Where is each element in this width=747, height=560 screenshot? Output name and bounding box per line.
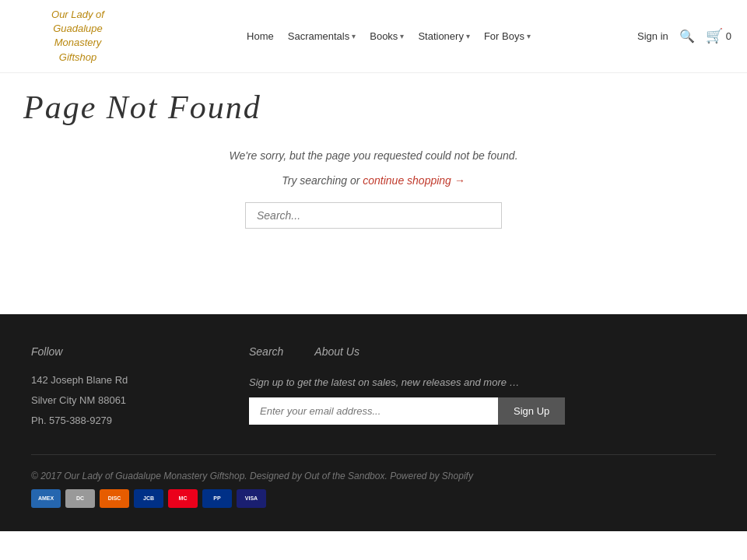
error-message: We're sorry, but the page you requested … xyxy=(23,149,724,162)
address-line3: Ph. 575-388-9279 xyxy=(31,411,202,431)
main-nav: Home Sacramentals ▾ Books ▾ Stationery ▾… xyxy=(140,30,637,42)
payment-icon: DC xyxy=(65,489,95,508)
try-search-text: Try searching or continue shopping → xyxy=(23,174,724,187)
footer-top: Follow 142 Joseph Blane Rd Silver City N… xyxy=(31,345,716,431)
footer-address: 142 Joseph Blane Rd Silver City NM 88061… xyxy=(31,370,202,431)
nav-for-boys[interactable]: For Boys ▾ xyxy=(484,30,531,42)
footer-right: Search About Us Sign up to get the lates… xyxy=(249,345,716,431)
follow-label: Follow xyxy=(31,345,202,358)
address-line1: 142 Joseph Blane Rd xyxy=(31,370,202,390)
payment-icon: DISC xyxy=(100,489,129,508)
site-footer: Follow 142 Joseph Blane Rd Silver City N… xyxy=(0,314,747,531)
payment-icon: AMEX xyxy=(31,489,61,508)
nav-stationery[interactable]: Stationery ▾ xyxy=(418,30,470,42)
footer-links: Search About Us xyxy=(249,345,716,358)
chevron-down-icon: ▾ xyxy=(352,32,356,40)
footer-link-about[interactable]: About Us xyxy=(314,345,359,358)
payment-icon: PP xyxy=(202,489,232,508)
search-icon[interactable]: 🔍 xyxy=(679,29,695,44)
search-input[interactable] xyxy=(245,202,502,229)
page-title: Page Not Found xyxy=(23,89,724,126)
header-actions: Sign in 🔍 🛒 0 xyxy=(637,27,731,44)
cart-count: 0 xyxy=(726,30,731,42)
footer-link-search[interactable]: Search xyxy=(249,345,283,358)
payment-icon: JCB xyxy=(134,489,163,508)
chevron-down-icon: ▾ xyxy=(527,32,531,40)
continue-shopping-link[interactable]: continue shopping → xyxy=(363,174,465,187)
cart-button[interactable]: 🛒 0 xyxy=(706,27,731,44)
footer-left: Follow 142 Joseph Blane Rd Silver City N… xyxy=(31,345,202,431)
cart-icon: 🛒 xyxy=(706,27,723,44)
site-logo[interactable]: Our Lady of Guadalupe Monastery Giftshop xyxy=(16,8,140,65)
footer-copyright: © 2017 Our Lady of Guadalupe Monastery G… xyxy=(31,471,716,481)
email-input[interactable] xyxy=(249,397,498,425)
footer-bottom: © 2017 Our Lady of Guadalupe Monastery G… xyxy=(31,454,716,508)
payment-icon: VISA xyxy=(237,489,266,508)
email-signup-row: Sign Up xyxy=(249,397,716,425)
chevron-down-icon: ▾ xyxy=(466,32,470,40)
signup-button[interactable]: Sign Up xyxy=(498,397,565,425)
chevron-down-icon: ▾ xyxy=(400,32,404,40)
signup-text: Sign up to get the latest on sales, new … xyxy=(249,376,716,388)
payment-icon: MC xyxy=(168,489,198,508)
main-content: Page Not Found We're sorry, but the page… xyxy=(0,73,747,314)
sign-in-link[interactable]: Sign in xyxy=(637,30,668,42)
site-header: Our Lady of Guadalupe Monastery Giftshop… xyxy=(0,0,747,73)
nav-sacramentals[interactable]: Sacramentals ▾ xyxy=(288,30,356,42)
search-wrapper xyxy=(23,202,724,229)
payment-icons: AMEXDCDISCJCBMCPPVISA xyxy=(31,489,716,508)
address-line2: Silver City NM 88061 xyxy=(31,390,202,411)
nav-books[interactable]: Books ▾ xyxy=(370,30,404,42)
nav-home[interactable]: Home xyxy=(247,30,274,42)
